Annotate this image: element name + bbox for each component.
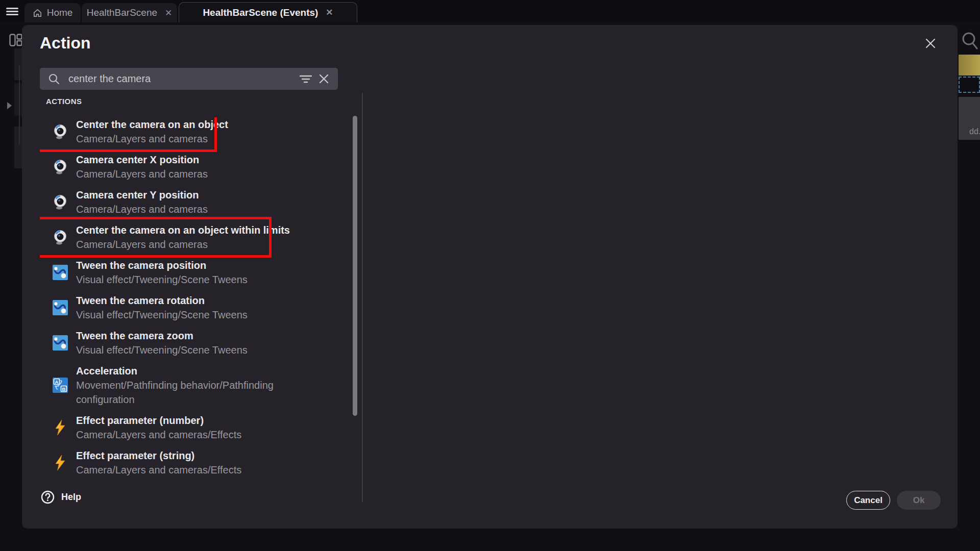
action-list-item[interactable]: Effect parameter (number)Camera/Layers a… bbox=[40, 413, 327, 442]
action-list-item[interactable]: Tween the camera positionVisual effect/T… bbox=[40, 258, 327, 287]
action-list-item[interactable]: Center the camera on an object within li… bbox=[40, 223, 327, 252]
action-path: Camera/Layers and cameras/Effects bbox=[76, 428, 241, 442]
action-list-item[interactable]: Center the camera on an objectCamera/Lay… bbox=[40, 117, 327, 146]
action-title: Effect parameter (string) bbox=[76, 448, 241, 463]
clear-icon[interactable] bbox=[318, 73, 329, 86]
webcam-icon bbox=[53, 230, 68, 245]
event-block-fragment bbox=[959, 55, 980, 76]
action-title: Tween the camera position bbox=[76, 258, 248, 272]
action-title: Tween the camera zoom bbox=[76, 329, 248, 343]
panels-icon[interactable] bbox=[9, 34, 22, 49]
action-path: Camera/Layers and cameras bbox=[76, 237, 290, 252]
action-list-item[interactable]: Tween the camera rotationVisual effect/T… bbox=[40, 293, 327, 322]
tab-home[interactable]: Home bbox=[24, 3, 81, 22]
help-button[interactable]: Help bbox=[41, 490, 81, 504]
action-title: Effect parameter (number) bbox=[76, 413, 241, 428]
expand-arrow-icon[interactable] bbox=[7, 102, 12, 109]
action-title: Tween the camera rotation bbox=[76, 293, 248, 308]
action-title: Center the camera on an object bbox=[76, 117, 228, 132]
action-path: Camera/Layers and cameras/Effects bbox=[76, 463, 241, 477]
action-title: Acceleration bbox=[76, 364, 316, 378]
webcam-icon bbox=[53, 159, 68, 174]
webcam-icon bbox=[53, 124, 68, 139]
action-path: Visual effect/Tweening/Scene Tweens bbox=[76, 272, 248, 287]
svg-text:A: A bbox=[55, 379, 59, 385]
event-selection-fragment bbox=[959, 77, 980, 93]
action-list-item[interactable]: ABAccelerationMovement/Pathfinding behav… bbox=[40, 364, 327, 407]
tab-close-icon[interactable]: ✕ bbox=[165, 8, 172, 18]
home-icon bbox=[33, 8, 42, 18]
tween-icon bbox=[53, 265, 68, 280]
pathfinding-icon: AB bbox=[53, 378, 68, 393]
help-label: Help bbox=[61, 492, 81, 503]
tab-healthbarscene-events[interactable]: HealthBarScene (Events) ✕ bbox=[179, 2, 357, 22]
action-path: Camera/Layers and cameras bbox=[76, 202, 208, 216]
events-tree-line bbox=[19, 65, 20, 144]
ok-button[interactable]: Ok bbox=[897, 491, 941, 510]
close-icon[interactable] bbox=[924, 37, 939, 52]
action-path: Movement/Pathfinding behavior/Pathfindin… bbox=[76, 378, 316, 407]
lightning-icon bbox=[53, 420, 68, 435]
search-bar bbox=[40, 68, 338, 90]
dialog-title: Action bbox=[40, 34, 91, 53]
action-path: Visual effect/Tweening/Scene Tweens bbox=[76, 308, 248, 322]
action-path: Camera/Layers and cameras bbox=[76, 167, 208, 181]
search-icon[interactable] bbox=[961, 31, 978, 55]
help-icon bbox=[41, 490, 55, 504]
action-list-item[interactable]: Tween the camera zoomVisual effect/Tween… bbox=[40, 329, 327, 357]
tab-label: HealthBarScene bbox=[87, 7, 157, 18]
action-path: Camera/Layers and cameras bbox=[76, 132, 228, 146]
tab-label: Home bbox=[47, 7, 73, 18]
svg-text:B: B bbox=[62, 386, 66, 392]
list-divider bbox=[362, 93, 363, 502]
tab-close-icon[interactable]: ✕ bbox=[326, 7, 333, 18]
action-title: Camera center X position bbox=[76, 153, 208, 167]
events-panel-fragment bbox=[14, 127, 22, 168]
action-title: Center the camera on an object within li… bbox=[76, 223, 290, 237]
search-input[interactable] bbox=[68, 68, 283, 90]
tween-icon bbox=[53, 335, 68, 350]
action-path: Visual effect/Tweening/Scene Tweens bbox=[76, 343, 248, 357]
events-panel-fragment bbox=[14, 83, 22, 116]
tween-icon bbox=[53, 300, 68, 315]
action-list-item[interactable]: Camera center Y positionCamera/Layers an… bbox=[40, 188, 327, 216]
tab-bar: Home HealthBarScene ✕ HealthBarScene (Ev… bbox=[0, 0, 980, 22]
filter-icon[interactable] bbox=[299, 74, 312, 86]
scrollbar-thumb[interactable] bbox=[353, 116, 357, 416]
cancel-button[interactable]: Cancel bbox=[846, 491, 890, 510]
section-header: ACTIONS bbox=[46, 97, 82, 106]
action-dialog: Action bbox=[22, 25, 958, 529]
tab-label: HealthBarScene (Events) bbox=[203, 7, 318, 18]
action-list-item[interactable]: Camera center X positionCamera/Layers an… bbox=[40, 153, 327, 181]
action-list-item[interactable]: Effect parameter (string)Camera/Layers a… bbox=[40, 448, 327, 477]
action-results-list: Center the camera on an objectCamera/Lay… bbox=[40, 117, 327, 477]
action-title: Camera center Y position bbox=[76, 188, 208, 202]
search-icon bbox=[48, 73, 60, 87]
events-panel-fragment bbox=[14, 48, 22, 80]
lightning-icon bbox=[53, 455, 68, 470]
hamburger-icon[interactable] bbox=[6, 8, 18, 15]
tab-healthbarscene[interactable]: HealthBarScene ✕ bbox=[82, 3, 177, 22]
truncated-text: dd... bbox=[969, 127, 980, 136]
webcam-icon bbox=[53, 194, 68, 210]
